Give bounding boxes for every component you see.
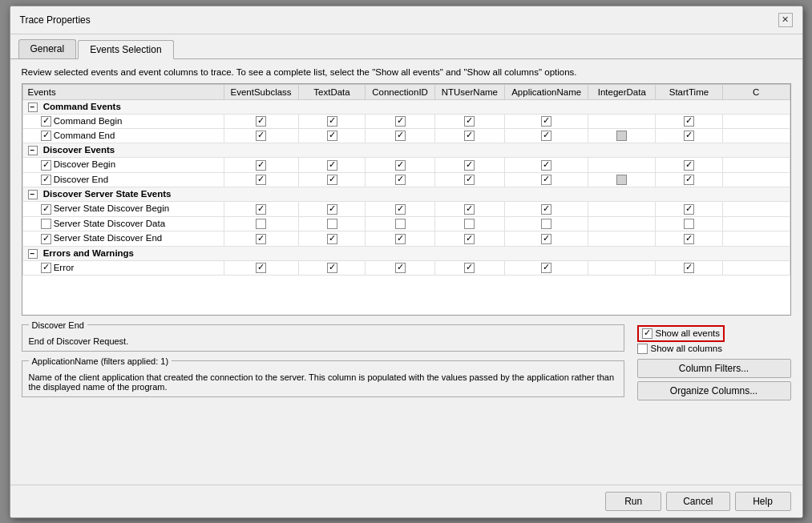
cb[interactable]	[395, 219, 406, 229]
cb[interactable]	[464, 160, 475, 171]
cb[interactable]	[684, 175, 694, 185]
cb-starttime[interactable]	[684, 116, 694, 127]
collapse-errors-warnings[interactable]: −	[28, 249, 38, 259]
table-row: Discover Begin	[22, 158, 790, 172]
cb-ntusername[interactable]	[464, 116, 475, 127]
discover-end-title: Discover End	[29, 320, 87, 330]
table-row: Command Begin	[22, 114, 790, 128]
show-all-events-label: Show all events	[656, 328, 721, 338]
cb[interactable]	[464, 219, 475, 229]
show-all-events-row[interactable]: Show all events	[637, 325, 725, 342]
show-all-columns-row[interactable]: Show all columns	[637, 344, 725, 354]
table-row: Discover End	[22, 172, 790, 187]
cb[interactable]	[464, 175, 475, 185]
cb[interactable]	[541, 204, 551, 215]
cb[interactable]	[327, 131, 337, 141]
cb[interactable]	[395, 204, 406, 215]
cb[interactable]	[464, 234, 475, 244]
cb[interactable]	[541, 175, 551, 185]
cb-textdata[interactable]	[327, 116, 337, 127]
cancel-button[interactable]: Cancel	[666, 492, 729, 511]
cell	[434, 128, 504, 143]
cb[interactable]	[256, 175, 266, 185]
cb[interactable]	[327, 160, 337, 171]
column-filters-button[interactable]: Column Filters...	[637, 359, 791, 378]
row-cb[interactable]	[41, 131, 51, 141]
collapse-command-events[interactable]: −	[28, 103, 38, 112]
group-label-discover-events: Discover Events	[43, 145, 115, 155]
group-label-errors-warnings: Errors and Warnings	[43, 248, 134, 258]
cb[interactable]	[256, 219, 266, 229]
cb[interactable]	[684, 131, 694, 141]
cb[interactable]	[684, 234, 694, 244]
cb[interactable]	[395, 234, 406, 244]
row-cb[interactable]	[41, 116, 51, 127]
cb[interactable]	[616, 131, 627, 141]
cb[interactable]	[616, 175, 627, 185]
app-name-title: ApplicationName (filters applied: 1)	[29, 356, 172, 366]
close-button[interactable]: ✕	[778, 13, 793, 27]
cb[interactable]	[395, 160, 406, 171]
group-label-discover-server-state: Discover Server State Events	[43, 189, 172, 199]
row-cb[interactable]	[41, 263, 51, 273]
row-cb[interactable]	[41, 160, 51, 171]
tab-general[interactable]: General	[18, 39, 77, 58]
run-button[interactable]: Run	[605, 492, 661, 511]
col-header-applicationname: ApplicationName	[504, 84, 588, 99]
col-header-eventsubclass: EventSubclass	[224, 84, 298, 99]
cb[interactable]	[541, 219, 551, 229]
cb[interactable]	[395, 263, 406, 273]
events-table-wrapper[interactable]: Events EventSubclass TextData Connection…	[22, 83, 791, 316]
cb[interactable]	[327, 234, 337, 244]
collapse-discover-server-state[interactable]: −	[28, 190, 38, 199]
organize-columns-button[interactable]: Organize Columns...	[637, 381, 791, 400]
event-name: Server State Discover Begin	[22, 202, 224, 216]
cb[interactable]	[464, 204, 475, 215]
row-cb[interactable]	[41, 219, 51, 229]
cb[interactable]	[684, 204, 694, 215]
cb[interactable]	[327, 204, 337, 215]
help-button[interactable]: Help	[735, 492, 791, 511]
collapse-discover-events[interactable]: −	[28, 146, 38, 155]
show-all-events-checkbox[interactable]	[642, 328, 652, 339]
cb[interactable]	[256, 160, 266, 171]
cb[interactable]	[684, 160, 694, 171]
show-all-columns-checkbox[interactable]	[637, 344, 648, 354]
cb[interactable]	[395, 175, 406, 185]
row-cb[interactable]	[41, 204, 51, 215]
cb[interactable]	[395, 131, 406, 141]
cell	[224, 114, 298, 128]
row-cb[interactable]	[41, 234, 51, 244]
cb[interactable]	[327, 219, 337, 229]
content-area: Review selected events and event columns…	[10, 59, 802, 485]
cb[interactable]	[256, 131, 266, 141]
table-row: Command End	[22, 128, 790, 143]
trace-properties-dialog: Trace Properties ✕ General Events Select…	[10, 6, 803, 518]
lower-right: Show all events Show all columns Column …	[631, 320, 791, 400]
app-name-text: Name of the client application that crea…	[29, 372, 615, 392]
cb[interactable]	[256, 234, 266, 244]
cell	[298, 114, 366, 128]
cell	[434, 114, 504, 128]
event-name: Server State Discover End	[22, 231, 224, 246]
cb[interactable]	[541, 131, 551, 141]
cb[interactable]	[541, 263, 551, 273]
cb[interactable]	[464, 131, 475, 141]
cb[interactable]	[327, 175, 337, 185]
cb-applicationname[interactable]	[541, 116, 551, 127]
tab-bar: General Events Selection	[10, 34, 802, 59]
group-command-events: − Command Events	[22, 99, 790, 114]
cb[interactable]	[541, 234, 551, 244]
cb[interactable]	[684, 263, 694, 273]
cb[interactable]	[327, 263, 337, 273]
cb-connectionid[interactable]	[395, 116, 406, 127]
row-cb[interactable]	[41, 175, 51, 185]
cb[interactable]	[464, 263, 475, 273]
cb[interactable]	[541, 160, 551, 171]
lower-area: Discover End End of Discover Request. Ap…	[22, 320, 791, 400]
cb-eventsubclass[interactable]	[256, 116, 266, 127]
cb[interactable]	[684, 219, 694, 229]
cb[interactable]	[256, 263, 266, 273]
tab-events-selection[interactable]: Events Selection	[78, 40, 173, 59]
cb[interactable]	[256, 204, 266, 215]
